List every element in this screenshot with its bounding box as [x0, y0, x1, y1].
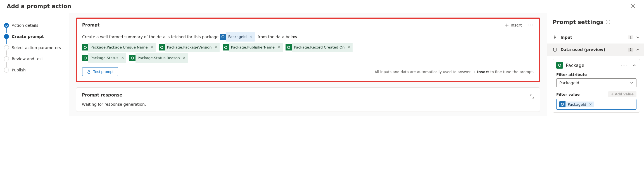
- test-prompt-button[interactable]: Test prompt: [82, 67, 118, 76]
- prompt-settings-panel: Prompt settings i Input 1 Data used: [547, 13, 644, 116]
- svg-point-2: [224, 46, 227, 49]
- entity-more-icon[interactable]: ···: [621, 63, 628, 68]
- step-done-icon: [4, 23, 9, 28]
- input-label: Input: [560, 35, 625, 40]
- step-current-icon: [4, 34, 9, 39]
- insert-button[interactable]: + Insert: [505, 23, 522, 28]
- token[interactable]: Package.Package Unique Name ✕: [82, 43, 156, 52]
- data-count-badge: 1: [628, 48, 633, 52]
- step-action-details[interactable]: Action details: [3, 20, 67, 31]
- filter-value-chip[interactable]: PackageId ✕: [559, 101, 594, 107]
- token-remove-icon[interactable]: ✕: [120, 53, 126, 63]
- stepper: Action details Create prompt Select acti…: [0, 13, 69, 116]
- dataverse-icon: [556, 62, 563, 69]
- dataverse-icon: [220, 34, 226, 40]
- token[interactable]: Package.Status ✕: [82, 53, 126, 63]
- token[interactable]: Package.Status Reason ✕: [129, 53, 188, 63]
- step-review-test[interactable]: Review and test: [3, 53, 67, 64]
- svg-point-7: [559, 64, 561, 67]
- settings-input-accordion[interactable]: Input 1: [553, 31, 640, 44]
- step-todo-icon: [4, 56, 9, 61]
- dataverse-icon: [129, 55, 136, 61]
- settings-data-accordion[interactable]: Data used (preview) 1: [547, 44, 644, 56]
- chevron-up-icon[interactable]: [633, 64, 636, 67]
- chevron-down-icon: [630, 81, 633, 85]
- token-remove-icon[interactable]: ✕: [588, 102, 594, 107]
- svg-point-5: [131, 57, 134, 59]
- flask-icon: [87, 70, 91, 74]
- step-label: Select action parameters: [12, 45, 61, 50]
- close-icon[interactable]: [629, 3, 637, 9]
- dataverse-icon: [82, 55, 88, 61]
- svg-point-3: [287, 46, 290, 49]
- dataverse-icon: [82, 44, 88, 50]
- data-entity-card: Package ··· Filter attribute PackageId F…: [553, 59, 640, 113]
- svg-point-4: [84, 57, 87, 59]
- token-label: PackageId: [226, 32, 249, 42]
- dataverse-icon: [159, 44, 165, 50]
- filter-value-field[interactable]: PackageId ✕: [556, 99, 636, 110]
- step-todo-icon: [4, 45, 9, 50]
- token-label: Package.Status Reason: [136, 53, 182, 63]
- prompt-card: Prompt + Insert ··· Create a well formed…: [76, 18, 540, 82]
- filter-attribute-value: PackageId: [559, 81, 579, 85]
- data-label: Data used (preview): [560, 47, 625, 52]
- token-remove-icon[interactable]: ✕: [150, 43, 156, 52]
- step-todo-icon: [4, 67, 9, 73]
- token[interactable]: Package.Record Created On ✕: [286, 43, 353, 52]
- prompt-text: from the data below: [258, 35, 297, 39]
- step-label: Review and test: [12, 57, 43, 61]
- chevron-down-icon: [636, 36, 640, 39]
- database-icon: [553, 47, 558, 52]
- prompt-helper-text: All inputs and data are automatically us…: [375, 70, 534, 74]
- token-label: Package.Status: [88, 53, 120, 63]
- svg-point-1: [160, 46, 163, 49]
- filter-value-label: Filter value: [556, 92, 580, 96]
- info-icon[interactable]: i: [606, 20, 610, 24]
- token-remove-icon[interactable]: ✕: [277, 43, 283, 52]
- more-menu-icon[interactable]: ···: [527, 23, 534, 28]
- token-label: Package.Package Unique Name: [88, 43, 150, 52]
- filter-value-chip-label: PackageId: [565, 102, 588, 107]
- filter-attribute-label: Filter attribute: [556, 73, 636, 77]
- dataverse-icon: [286, 44, 292, 50]
- page-title: Add a prompt action: [7, 3, 71, 9]
- response-heading: Prompt response: [82, 93, 122, 98]
- response-body: Waiting for response generation.: [82, 102, 534, 107]
- token-remove-icon[interactable]: ✕: [347, 43, 353, 52]
- step-select-parameters[interactable]: Select action parameters: [3, 42, 67, 53]
- fullscreen-icon[interactable]: [530, 94, 534, 99]
- entity-name: Package: [566, 63, 584, 68]
- prompt-editor[interactable]: Create a well formed summary of the deta…: [82, 32, 534, 63]
- chevron-up-icon: [636, 48, 640, 51]
- step-label: Create prompt: [12, 34, 44, 39]
- dataverse-icon: [223, 44, 229, 50]
- input-icon: [553, 35, 558, 40]
- token-packageid[interactable]: PackageId ✕: [220, 32, 255, 42]
- token-label: Package.Record Created On: [292, 43, 347, 52]
- add-value-button[interactable]: + Add value: [608, 91, 636, 97]
- token[interactable]: Package.PublisherName ✕: [223, 43, 283, 52]
- token-label: Package.PublisherName: [229, 43, 277, 52]
- settings-title: Prompt settings: [553, 19, 603, 25]
- plus-icon: +: [505, 23, 509, 28]
- plus-icon: +: [611, 92, 614, 96]
- test-prompt-label: Test prompt: [93, 69, 113, 74]
- prompt-heading: Prompt: [82, 23, 99, 28]
- token-remove-icon[interactable]: ✕: [214, 43, 220, 52]
- step-label: Action details: [12, 23, 38, 28]
- step-label: Publish: [12, 68, 26, 72]
- svg-point-0: [84, 46, 87, 49]
- token-remove-icon[interactable]: ✕: [182, 53, 188, 63]
- token[interactable]: Package.PackageVersion ✕: [159, 43, 220, 52]
- dataverse-icon: [559, 101, 565, 107]
- token-label: Package.PackageVersion: [165, 43, 214, 52]
- token-remove-icon[interactable]: ✕: [249, 32, 255, 42]
- prompt-text: Create a well formed summary of the deta…: [82, 35, 218, 39]
- svg-point-8: [561, 103, 564, 106]
- filter-attribute-select[interactable]: PackageId: [556, 78, 636, 87]
- step-publish[interactable]: Publish: [3, 64, 67, 76]
- input-count-badge: 1: [628, 35, 633, 39]
- svg-point-6: [553, 48, 556, 49]
- step-create-prompt[interactable]: Create prompt: [3, 31, 67, 42]
